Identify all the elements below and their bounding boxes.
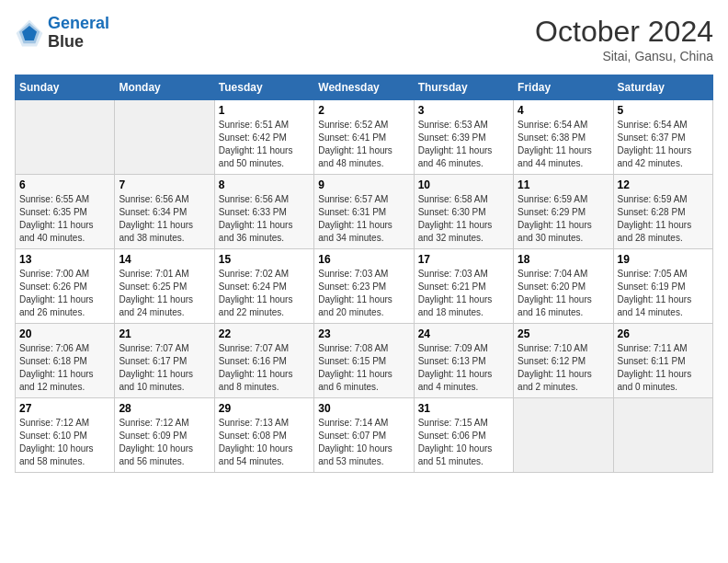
day-info: Sunrise: 7:02 AMSunset: 6:24 PMDaylight:… [219, 268, 310, 319]
day-number: 12 [618, 178, 709, 191]
day-info: Sunrise: 7:03 AMSunset: 6:23 PMDaylight:… [318, 268, 409, 319]
calendar-cell [514, 398, 613, 473]
day-info: Sunrise: 7:06 AMSunset: 6:18 PMDaylight:… [19, 342, 110, 394]
day-number: 15 [219, 253, 310, 266]
weekday-header: Thursday [414, 75, 513, 100]
day-number: 20 [19, 327, 110, 340]
calendar-cell: 31Sunrise: 7:15 AMSunset: 6:06 PMDayligh… [414, 398, 513, 473]
day-number: 3 [418, 104, 509, 117]
day-info: Sunrise: 7:04 AMSunset: 6:20 PMDaylight:… [518, 268, 609, 319]
weekday-header: Tuesday [214, 75, 313, 100]
calendar-week-row: 27Sunrise: 7:12 AMSunset: 6:10 PMDayligh… [16, 398, 713, 473]
day-number: 13 [19, 253, 110, 266]
day-info: Sunrise: 7:10 AMSunset: 6:12 PMDaylight:… [518, 342, 609, 394]
day-number: 16 [318, 253, 409, 266]
calendar-cell: 10Sunrise: 6:58 AMSunset: 6:30 PMDayligh… [414, 175, 513, 249]
day-number: 1 [219, 104, 310, 117]
day-info: Sunrise: 6:52 AMSunset: 6:41 PMDaylight:… [318, 119, 409, 170]
day-number: 4 [518, 104, 609, 117]
calendar-cell: 14Sunrise: 7:01 AMSunset: 6:25 PMDayligh… [115, 249, 214, 324]
day-number: 7 [119, 178, 210, 191]
day-info: Sunrise: 7:07 AMSunset: 6:17 PMDaylight:… [119, 342, 210, 394]
calendar-cell: 24Sunrise: 7:09 AMSunset: 6:13 PMDayligh… [414, 324, 513, 398]
calendar-cell: 5Sunrise: 6:54 AMSunset: 6:37 PMDaylight… [613, 100, 712, 175]
calendar-cell: 13Sunrise: 7:00 AMSunset: 6:26 PMDayligh… [16, 249, 115, 324]
calendar-cell: 6Sunrise: 6:55 AMSunset: 6:35 PMDaylight… [16, 175, 115, 249]
day-number: 25 [518, 327, 609, 340]
day-number: 24 [418, 327, 509, 340]
day-number: 21 [119, 327, 210, 340]
calendar-cell: 17Sunrise: 7:03 AMSunset: 6:21 PMDayligh… [414, 249, 513, 324]
calendar-cell: 4Sunrise: 6:54 AMSunset: 6:38 PMDaylight… [514, 100, 613, 175]
day-info: Sunrise: 6:59 AMSunset: 6:29 PMDaylight:… [518, 193, 609, 245]
calendar-cell: 7Sunrise: 6:56 AMSunset: 6:34 PMDaylight… [115, 175, 214, 249]
calendar-week-row: 6Sunrise: 6:55 AMSunset: 6:35 PMDaylight… [16, 175, 713, 249]
logo-line1: General [48, 14, 109, 32]
calendar-cell: 11Sunrise: 6:59 AMSunset: 6:29 PMDayligh… [514, 175, 613, 249]
day-number: 30 [318, 402, 409, 415]
calendar-cell: 28Sunrise: 7:12 AMSunset: 6:09 PMDayligh… [115, 398, 214, 473]
calendar-cell: 22Sunrise: 7:07 AMSunset: 6:16 PMDayligh… [214, 324, 313, 398]
calendar-cell: 30Sunrise: 7:14 AMSunset: 6:07 PMDayligh… [314, 398, 414, 473]
day-info: Sunrise: 7:12 AMSunset: 6:10 PMDaylight:… [19, 417, 110, 468]
day-info: Sunrise: 7:14 AMSunset: 6:07 PMDaylight:… [318, 417, 409, 468]
day-info: Sunrise: 6:51 AMSunset: 6:42 PMDaylight:… [219, 119, 310, 170]
day-number: 6 [19, 178, 110, 191]
logo-line2: Blue [48, 33, 109, 52]
day-number: 31 [418, 402, 509, 415]
day-number: 23 [318, 327, 409, 340]
day-info: Sunrise: 6:56 AMSunset: 6:33 PMDaylight:… [219, 193, 310, 245]
calendar-cell: 2Sunrise: 6:52 AMSunset: 6:41 PMDaylight… [314, 100, 414, 175]
day-number: 9 [318, 178, 409, 191]
calendar-cell: 19Sunrise: 7:05 AMSunset: 6:19 PMDayligh… [613, 249, 712, 324]
calendar-cell: 29Sunrise: 7:13 AMSunset: 6:08 PMDayligh… [214, 398, 313, 473]
logo-icon [15, 18, 44, 48]
calendar-cell: 27Sunrise: 7:12 AMSunset: 6:10 PMDayligh… [16, 398, 115, 473]
day-number: 22 [219, 327, 310, 340]
weekday-header: Saturday [613, 75, 712, 100]
day-number: 27 [19, 402, 110, 415]
day-number: 26 [618, 327, 709, 340]
day-info: Sunrise: 6:54 AMSunset: 6:38 PMDaylight:… [518, 119, 609, 170]
day-number: 19 [618, 253, 709, 266]
day-info: Sunrise: 6:55 AMSunset: 6:35 PMDaylight:… [19, 193, 110, 245]
day-number: 28 [119, 402, 210, 415]
weekday-header: Wednesday [314, 75, 414, 100]
day-info: Sunrise: 6:56 AMSunset: 6:34 PMDaylight:… [119, 193, 210, 245]
day-number: 11 [518, 178, 609, 191]
day-info: Sunrise: 6:59 AMSunset: 6:28 PMDaylight:… [618, 193, 709, 245]
calendar-week-row: 1Sunrise: 6:51 AMSunset: 6:42 PMDaylight… [16, 100, 713, 175]
weekday-header-row: SundayMondayTuesdayWednesdayThursdayFrid… [16, 75, 713, 100]
day-info: Sunrise: 7:00 AMSunset: 6:26 PMDaylight:… [19, 268, 110, 319]
calendar-cell: 3Sunrise: 6:53 AMSunset: 6:39 PMDaylight… [414, 100, 513, 175]
day-number: 18 [518, 253, 609, 266]
calendar-cell: 16Sunrise: 7:03 AMSunset: 6:23 PMDayligh… [314, 249, 414, 324]
title-block: October 2024 Sitai, Gansu, China [535, 15, 713, 63]
calendar-table: SundayMondayTuesdayWednesdayThursdayFrid… [15, 75, 713, 473]
day-info: Sunrise: 7:07 AMSunset: 6:16 PMDaylight:… [219, 342, 310, 394]
day-info: Sunrise: 7:15 AMSunset: 6:06 PMDaylight:… [418, 417, 509, 468]
calendar-cell: 12Sunrise: 6:59 AMSunset: 6:28 PMDayligh… [613, 175, 712, 249]
day-info: Sunrise: 6:53 AMSunset: 6:39 PMDaylight:… [418, 119, 509, 170]
calendar-cell: 15Sunrise: 7:02 AMSunset: 6:24 PMDayligh… [214, 249, 313, 324]
weekday-header: Friday [514, 75, 613, 100]
month-title: October 2024 [535, 15, 713, 49]
day-number: 10 [418, 178, 509, 191]
day-info: Sunrise: 7:11 AMSunset: 6:11 PMDaylight:… [618, 342, 709, 394]
calendar-week-row: 13Sunrise: 7:00 AMSunset: 6:26 PMDayligh… [16, 249, 713, 324]
day-info: Sunrise: 7:08 AMSunset: 6:15 PMDaylight:… [318, 342, 409, 394]
day-info: Sunrise: 7:05 AMSunset: 6:19 PMDaylight:… [618, 268, 709, 319]
calendar-cell: 8Sunrise: 6:56 AMSunset: 6:33 PMDaylight… [214, 175, 313, 249]
calendar-cell [16, 100, 115, 175]
day-info: Sunrise: 7:01 AMSunset: 6:25 PMDaylight:… [119, 268, 210, 319]
calendar-cell: 18Sunrise: 7:04 AMSunset: 6:20 PMDayligh… [514, 249, 613, 324]
page-header: General Blue October 2024 Sitai, Gansu, … [15, 15, 713, 63]
calendar-cell: 25Sunrise: 7:10 AMSunset: 6:12 PMDayligh… [514, 324, 613, 398]
logo: General Blue [15, 15, 109, 52]
location-subtitle: Sitai, Gansu, China [535, 49, 713, 63]
day-info: Sunrise: 6:58 AMSunset: 6:30 PMDaylight:… [418, 193, 509, 245]
day-info: Sunrise: 7:13 AMSunset: 6:08 PMDaylight:… [219, 417, 310, 468]
calendar-cell: 23Sunrise: 7:08 AMSunset: 6:15 PMDayligh… [314, 324, 414, 398]
weekday-header: Monday [115, 75, 214, 100]
calendar-cell [613, 398, 712, 473]
